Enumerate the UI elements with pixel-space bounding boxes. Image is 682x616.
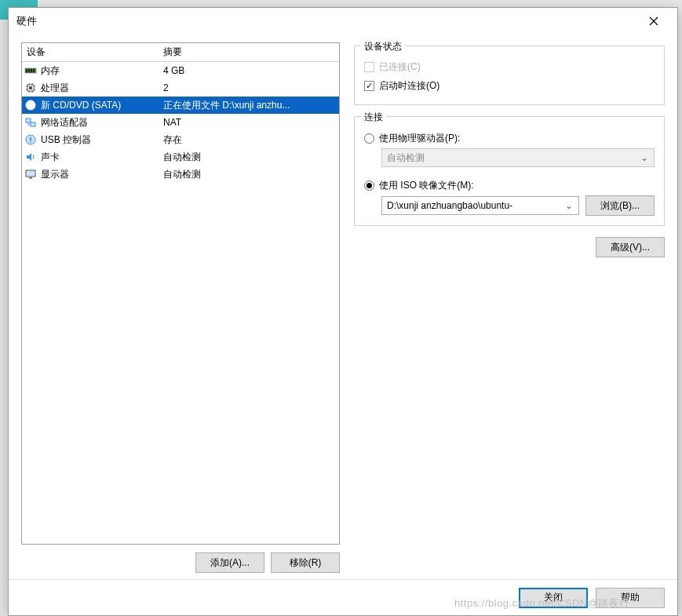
connect-on-start-checkbox[interactable]: 启动时连接(O): [364, 76, 655, 95]
table-row[interactable]: 显示器自动检测: [22, 166, 339, 183]
radio-icon: [364, 180, 374, 191]
physical-drive-value: 自动检测: [387, 151, 638, 165]
iso-path-value: D:\xunji anzhuangbao\ubuntu-: [387, 200, 563, 211]
hardware-dialog: 硬件 设备 摘要 内存4 GB处理器2新 CD/DVD (SATA)正在使用文件…: [8, 7, 678, 616]
settings-panel: 设备状态 已连接(C) 启动时连接(O) 连接 使用物理驱动器(P):: [354, 42, 665, 573]
memory-icon: [22, 66, 39, 75]
use-iso-label: 使用 ISO 映像文件(M):: [379, 179, 474, 192]
iso-path-combo[interactable]: D:\xunji anzhuangbao\ubuntu- ⌄: [381, 196, 579, 215]
add-button[interactable]: 添加(A)...: [195, 552, 264, 573]
connect-on-start-label: 启动时连接(O): [379, 79, 439, 93]
checkbox-icon: [364, 62, 374, 72]
device-name: 内存: [39, 64, 160, 78]
usb-icon: [22, 133, 39, 146]
device-name: 处理器: [39, 82, 160, 95]
device-name: 网络适配器: [39, 116, 160, 129]
chevron-down-icon: ⌄: [563, 200, 575, 211]
svg-rect-4: [33, 69, 35, 72]
connection-group: 连接 使用物理驱动器(P): 自动检测 ⌄ 使用 ISO 映像文件(M):: [354, 116, 665, 226]
device-summary: 4 GB: [160, 65, 339, 76]
titlebar: 硬件: [9, 8, 677, 35]
svg-rect-1: [26, 69, 27, 72]
close-icon[interactable]: [638, 9, 669, 33]
device-summary: 正在使用文件 D:\xunji anzhu...: [160, 99, 339, 112]
close-button[interactable]: 关闭: [519, 588, 588, 608]
svg-rect-10: [31, 122, 35, 126]
browse-button[interactable]: 浏览(B)...: [585, 195, 655, 216]
use-iso-radio[interactable]: 使用 ISO 映像文件(M):: [364, 175, 655, 195]
device-name: 显示器: [39, 168, 160, 181]
cpu-icon: [22, 82, 39, 94]
table-header: 设备 摘要: [22, 43, 339, 62]
device-status-legend: 设备状态: [361, 40, 405, 53]
device-summary: 2: [160, 82, 339, 93]
radio-icon: [364, 133, 374, 144]
cd-icon: [22, 99, 39, 111]
svg-rect-2: [28, 69, 30, 72]
table-row[interactable]: 新 CD/DVD (SATA)正在使用文件 D:\xunji anzhu...: [22, 97, 339, 114]
device-summary: 自动检测: [160, 151, 339, 164]
chevron-down-icon: ⌄: [638, 152, 651, 163]
svg-rect-13: [29, 177, 32, 179]
device-panel: 设备 摘要 内存4 GB处理器2新 CD/DVD (SATA)正在使用文件 D:…: [21, 42, 340, 573]
svg-rect-3: [31, 69, 32, 72]
device-summary: 自动检测: [160, 168, 339, 181]
use-physical-radio[interactable]: 使用物理驱动器(P):: [364, 128, 655, 148]
network-icon: [22, 116, 39, 129]
header-summary: 摘要: [160, 46, 339, 59]
help-button[interactable]: 帮助: [596, 588, 665, 608]
device-name: 新 CD/DVD (SATA): [39, 99, 160, 112]
display-icon: [22, 168, 39, 180]
header-device: 设备: [22, 46, 160, 59]
table-row[interactable]: USB 控制器存在: [22, 131, 339, 148]
device-table[interactable]: 设备 摘要 内存4 GB处理器2新 CD/DVD (SATA)正在使用文件 D:…: [21, 42, 340, 545]
svg-point-8: [30, 104, 32, 107]
device-name: USB 控制器: [39, 133, 160, 147]
device-status-group: 设备状态 已连接(C) 启动时连接(O): [354, 46, 665, 105]
advanced-button[interactable]: 高级(V)...: [596, 237, 665, 257]
table-row[interactable]: 内存4 GB: [22, 62, 339, 79]
physical-drive-combo: 自动检测 ⌄: [381, 148, 655, 167]
svg-rect-12: [26, 170, 35, 177]
checkbox-icon: [364, 81, 374, 91]
use-physical-label: 使用物理驱动器(P):: [379, 132, 460, 145]
svg-rect-6: [29, 86, 32, 89]
connection-legend: 连接: [361, 111, 386, 124]
table-row[interactable]: 网络适配器NAT: [22, 114, 339, 131]
device-summary: NAT: [160, 117, 339, 128]
table-row[interactable]: 处理器2: [22, 79, 339, 97]
svg-rect-9: [26, 118, 31, 122]
window-title: 硬件: [16, 14, 638, 28]
remove-button[interactable]: 移除(R): [271, 552, 340, 573]
table-row[interactable]: 声卡自动检测: [22, 148, 339, 166]
sound-icon: [22, 151, 39, 163]
device-name: 声卡: [39, 151, 160, 164]
connected-checkbox: 已连接(C): [364, 57, 655, 76]
connected-label: 已连接(C): [379, 60, 421, 74]
device-summary: 存在: [160, 133, 339, 147]
dialog-footer: 关闭 帮助 https://blog.csdn.net/CSDN@踏夜行: [9, 579, 677, 615]
